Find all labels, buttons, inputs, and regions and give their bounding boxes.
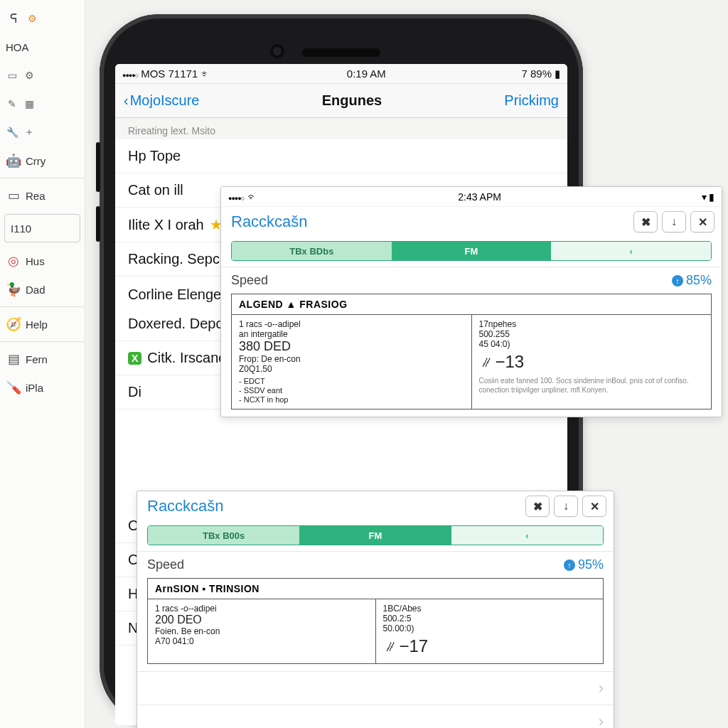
sidebar-label: HOA — [6, 41, 29, 53]
segment-c[interactable]: ‹ — [451, 526, 603, 545]
cell-text: 1 racs -o--adipei — [155, 604, 368, 614]
segment-c[interactable]: ‹ — [551, 242, 711, 260]
speed-row: Speed ↑ 85% — [221, 267, 722, 294]
sidebar-label: Help — [26, 318, 48, 331]
data-table: 1 racs -o--adipei 200 DEO Foien. Be en-c… — [147, 599, 604, 664]
segment-b[interactable]: FM — [392, 242, 552, 260]
cell-text: 500.255 — [479, 329, 705, 339]
sidebar-item-help[interactable]: 🧭 Help — [0, 310, 85, 338]
cell-text: 17npehes — [479, 319, 705, 329]
nav-right-button[interactable]: Prickimg — [504, 92, 559, 109]
x-bold-icon: ✖ — [533, 500, 542, 513]
collapse-button[interactable]: ✖ — [633, 211, 658, 232]
back-button[interactable]: ‹ MojoIscure — [124, 92, 199, 109]
cell-text: Foien. Be en-con — [155, 626, 368, 636]
download-button[interactable]: ↓ — [554, 496, 578, 517]
sidebar-item-cry[interactable]: 🤖 Crry — [0, 146, 85, 175]
table-header: ArnSION ▪ TRINSION — [147, 578, 604, 599]
toolbar-icons-row: ▭ ⚙ — [0, 61, 85, 90]
cell-text: 500.2:5 — [383, 614, 596, 623]
clock: 0:19 AM — [347, 68, 386, 80]
signal-dots-icon — [228, 191, 244, 203]
download-button[interactable]: ↓ — [662, 211, 686, 232]
item-label: Citk. Irscancl — [147, 350, 228, 366]
clock: 2:43 APM — [458, 191, 501, 203]
battery-label: 7 89% — [521, 68, 552, 80]
popup-title: Racckcašn — [231, 213, 308, 231]
chevron-left-icon: ‹ — [124, 92, 129, 109]
segment-bar[interactable]: TBx B00s FM ‹ — [147, 525, 604, 545]
sidebar-label: Crry — [26, 155, 46, 167]
doc-icon: ▤ — [6, 351, 21, 367]
speed-label: Speed — [147, 557, 184, 572]
plus-icon[interactable]: ＋ — [23, 126, 36, 139]
carrier-label: MOS 71171 — [141, 68, 198, 80]
sidebar-item-110[interactable]: I110 — [4, 214, 80, 242]
popup-title: Racckcašn — [147, 497, 224, 515]
speed-row: Speed ↑ 95% — [137, 551, 614, 578]
gear-icon[interactable]: ⚙ — [23, 69, 36, 82]
screwdriver-icon: 🪛 — [6, 380, 21, 395]
sidebar-label: iPla — [26, 382, 43, 394]
cell-text: Z0Q1.50 — [239, 364, 464, 374]
sidebar-item-hoa[interactable]: HOA — [0, 33, 85, 61]
item-label: Doxered. Depc — [128, 316, 223, 332]
wrench-icon[interactable]: 🔧 — [6, 126, 18, 139]
expand-row[interactable]: › — [137, 671, 614, 705]
sidebar-item-rea[interactable]: ▭ Rea — [0, 181, 85, 210]
segment-bar[interactable]: TBx BDbs FM ‹ — [231, 241, 712, 261]
robot-icon: ⚙ — [26, 12, 38, 25]
collapse-button[interactable]: ✖ — [525, 496, 550, 517]
segment-a[interactable]: TBx BDbs — [232, 242, 392, 260]
big-number: ⫽ −17 — [383, 636, 596, 656]
arrow-down-icon: ↓ — [563, 500, 569, 513]
cell-text: 1BC/Abes — [383, 604, 596, 614]
segment-a[interactable]: TBx B00s — [148, 526, 299, 545]
sidebar-item-dad[interactable]: 🦆 Dad — [0, 275, 85, 304]
bullet: - NCXT in hop — [239, 395, 464, 404]
status-bar: MOS 71171 ᯤ 0:19 AM 7 89% ▮ — [115, 64, 567, 84]
cell-text: 50.00:0) — [383, 623, 596, 633]
item-label: Cat on ill — [128, 182, 183, 198]
sidebar-label: Dad — [26, 284, 46, 296]
sidebar-label: I110 — [11, 223, 31, 235]
close-button[interactable]: ✕ — [582, 496, 606, 517]
speed-label: Speed — [231, 273, 268, 288]
speed-value: ↑ 95% — [564, 557, 604, 572]
sidebar-item-ipla[interactable]: 🪛 iPla — [0, 373, 85, 402]
tool-icon[interactable]: ✎ — [6, 97, 18, 110]
table-col-left: 1 racs -o--adipei 200 DEO Foien. Be en-c… — [148, 599, 376, 663]
list-item[interactable]: Hp Tope — [115, 139, 567, 173]
close-button[interactable]: ✕ — [690, 211, 714, 232]
close-icon: ✕ — [698, 215, 707, 229]
table-header: ALGEND ▲ FRASIOG — [231, 294, 712, 314]
chevron-right-icon: › — [599, 712, 604, 728]
footnote: Cosiin eate fanned 100. Socs sindenine i… — [479, 376, 705, 395]
sidebar-item-fern[interactable]: ▤ Fern — [0, 345, 85, 373]
toolbar-icons-row: 🔧 ＋ — [0, 118, 85, 146]
item-label: Racking. Sepcl — [128, 251, 223, 267]
x-bold-icon: ✖ — [641, 215, 651, 229]
grid-icon[interactable]: ▦ — [23, 97, 36, 110]
toolbar-row[interactable]: ᕋ ⚙ — [0, 4, 85, 33]
cell-big: 200 DEO — [155, 614, 368, 626]
big-number: ⫽ −13 — [479, 352, 705, 372]
segment-b[interactable]: FM — [299, 526, 451, 545]
nav-bar: ‹ MojoIscure Engunes Prickimg — [115, 84, 567, 118]
wifi-icon: ᯤ — [247, 191, 257, 203]
cell-text: Frop: De en-con — [239, 354, 464, 364]
popup-header: Racckcašn ✖ ↓ ✕ — [221, 207, 722, 237]
compass-icon: 🧭 — [6, 316, 21, 332]
window-icon[interactable]: ▭ — [6, 69, 18, 82]
table-col-left: 1 racs -o--adipel an intergatile 380 DED… — [232, 315, 472, 409]
slashes-icon: ⫽ — [383, 638, 395, 655]
bullet: - SSDV eant — [239, 386, 464, 395]
cell-text: A70 041:0 — [155, 636, 368, 646]
robot-icon: 🤖 — [6, 153, 21, 168]
expand-row[interactable]: › — [137, 705, 614, 728]
toolbar-icons-row: ✎ ▦ — [0, 90, 85, 118]
back-label: MojoIscure — [130, 92, 200, 109]
sidebar-item-hus[interactable]: ◎ Hus — [0, 247, 85, 275]
wifi-icon: ᯤ — [200, 68, 211, 80]
card-icon: ▭ — [6, 188, 21, 203]
